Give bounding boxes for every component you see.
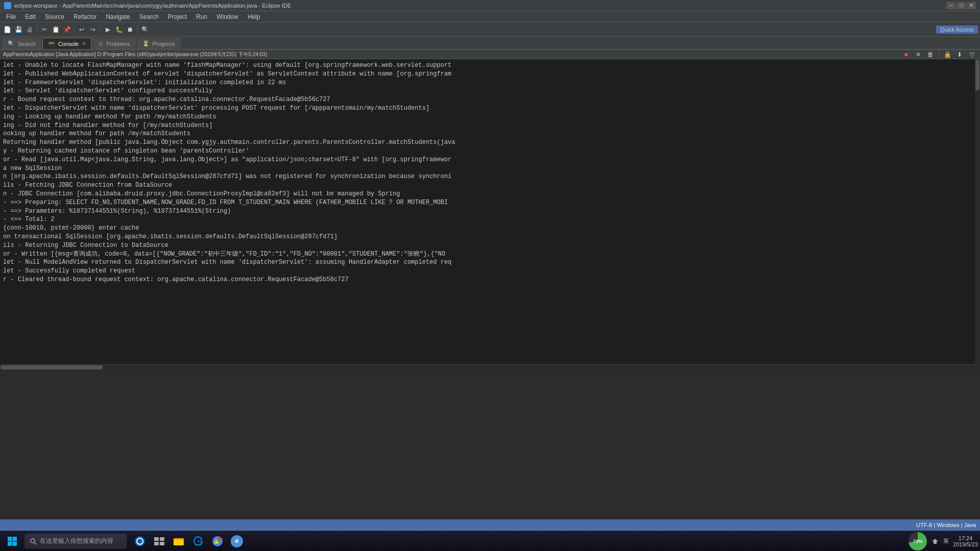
- log-line: let - DispatcherServlet with name 'dispa…: [3, 104, 973, 113]
- toolbar-copy[interactable]: 📋: [51, 24, 61, 35]
- toolbar-stop[interactable]: ⏹: [125, 24, 135, 35]
- minimize-button[interactable]: ─: [946, 2, 955, 9]
- window-controls[interactable]: ─ □ ✕: [946, 2, 976, 9]
- toolbar-print[interactable]: 🖨: [24, 24, 35, 35]
- tab-problems[interactable]: ⚠ Problems: [92, 38, 135, 49]
- console-area: let - Unable to locate FlashMapManager w…: [0, 59, 980, 369]
- menu-source[interactable]: Source: [41, 12, 68, 21]
- h-scrollbar-thumb[interactable]: [1, 365, 103, 369]
- taskbar-edge[interactable]: [189, 532, 207, 550]
- problems-icon: ⚠: [98, 40, 103, 47]
- svg-rect-11: [160, 542, 164, 545]
- clock-date: 2019/5/23: [953, 541, 978, 547]
- status-bar: UTF-8 | Windows | Java: [0, 519, 980, 531]
- progress-icon: ⏳: [142, 40, 150, 47]
- menu-file[interactable]: File: [2, 12, 20, 21]
- console-clear-btn[interactable]: 🗑: [925, 49, 936, 60]
- toolbar-search[interactable]: 🔍: [140, 24, 150, 35]
- vertical-scrollbar[interactable]: [975, 59, 980, 369]
- toolbar-sep1: [37, 25, 37, 34]
- menu-run[interactable]: Run: [192, 12, 211, 21]
- tab-problems-label: Problems: [106, 41, 130, 47]
- console-header: AppParentsApplication [Java Application]…: [0, 50, 980, 59]
- log-line: y - Returning cached instance of singlet…: [3, 147, 973, 156]
- tab-search-label: Search: [18, 41, 36, 47]
- console-remove-btn[interactable]: ✕: [913, 49, 923, 60]
- log-line: let - Servlet 'dispatcherServlet' config…: [3, 87, 973, 95]
- menu-project[interactable]: Project: [164, 12, 191, 21]
- tab-console-label: Console: [58, 41, 79, 47]
- tab-bar: 🔍 Search 📟 Console ✕ ⚠ Problems ⏳ Progre…: [0, 37, 980, 50]
- system-tray: 73% 英 17:24 2019/5/23: [909, 532, 978, 550]
- maximize-button[interactable]: □: [957, 2, 966, 9]
- menu-navigate[interactable]: Navigate: [102, 12, 134, 21]
- log-line: {conn-10010, pstmt-20000} enter cache: [3, 224, 973, 233]
- menu-edit[interactable]: Edit: [21, 12, 40, 21]
- svg-rect-8: [154, 537, 159, 541]
- tab-search[interactable]: 🔍 Search: [2, 38, 41, 49]
- taskbar-search[interactable]: 在这里输入你想搜索的内容: [24, 534, 127, 549]
- taskbar-search-text: 在这里输入你想搜索的内容: [40, 537, 113, 545]
- tab-progress[interactable]: ⏳ Progress: [137, 38, 181, 49]
- menu-window[interactable]: Window: [212, 12, 242, 21]
- svg-rect-10: [154, 542, 159, 545]
- log-line: ils - Returning JDBC Connection to DataS…: [3, 241, 973, 250]
- title-bar-left: eclipse-worspace - AppParentsMain/src/ma…: [4, 2, 291, 9]
- log-line: on transactional SqlSession [org.apache.…: [3, 233, 973, 241]
- log-line: or - Written [{msg=查询成功, code=0, data=[{…: [3, 250, 973, 259]
- console-content[interactable]: let - Unable to locate FlashMapManager w…: [0, 59, 980, 364]
- console-scroll-lock-btn[interactable]: 🔒: [942, 49, 952, 60]
- toolbar-cut[interactable]: ✂: [39, 24, 50, 35]
- svg-rect-3: [13, 541, 17, 546]
- horizontal-scrollbar[interactable]: [0, 364, 975, 369]
- file-explorer-icon: [173, 535, 185, 547]
- console-header-text: AppParentsApplication [Java Application]…: [3, 51, 267, 58]
- log-line: Returning handler method [public java.la…: [3, 138, 973, 147]
- menu-bar: File Edit Source Refactor Navigate Searc…: [0, 11, 980, 22]
- taskbar-file-explorer[interactable]: [169, 532, 188, 550]
- toolbar-run[interactable]: ▶: [103, 24, 113, 35]
- taskbar-task-view[interactable]: [150, 532, 168, 550]
- menu-refactor[interactable]: Refactor: [69, 12, 101, 21]
- toolbar-debug[interactable]: 🐛: [114, 24, 124, 35]
- console-action-buttons: ■ ✕ 🗑 🔒 ⬇ ▽: [901, 49, 977, 60]
- log-line: let - FrameworkServlet 'dispatcherServle…: [3, 79, 973, 87]
- close-button[interactable]: ✕: [967, 2, 976, 9]
- taskbar-search-icon: [30, 538, 37, 545]
- taskbar: 在这里输入你想搜索的内容: [0, 531, 980, 551]
- console-terminate-btn[interactable]: ■: [901, 49, 911, 60]
- tab-console[interactable]: 📟 Console ✕: [42, 38, 91, 49]
- quick-access-button[interactable]: Quick Access: [936, 26, 978, 34]
- svg-rect-0: [8, 537, 12, 541]
- toolbar-redo[interactable]: ↪: [88, 24, 98, 35]
- console-view-menu-btn[interactable]: ▽: [967, 49, 977, 60]
- toolbar-sep2: [74, 25, 75, 34]
- log-line: n - JDBC Connection [com.alibaba.druid.p…: [3, 190, 973, 198]
- toolbar-new[interactable]: 📄: [2, 24, 12, 35]
- console-icon: 📟: [48, 40, 55, 47]
- svg-rect-13: [174, 540, 184, 545]
- taskbar-chrome[interactable]: [208, 532, 227, 550]
- toolbar-undo[interactable]: ↩: [77, 24, 87, 35]
- console-scroll-end-btn[interactable]: ⬇: [954, 49, 965, 60]
- start-button[interactable]: [2, 532, 22, 550]
- menu-help[interactable]: Help: [243, 12, 264, 21]
- cpu-indicator: 73%: [909, 532, 927, 550]
- log-line: ooking up handler method for path /my/ma…: [3, 130, 973, 138]
- menu-search[interactable]: Search: [135, 12, 163, 21]
- taskbar-cortana[interactable]: [131, 532, 149, 550]
- window-title: eclipse-worspace - AppParentsMain/src/ma…: [14, 3, 291, 9]
- toolbar-paste[interactable]: 📌: [62, 24, 72, 35]
- network-label: 英: [943, 537, 949, 545]
- title-bar: eclipse-worspace - AppParentsMain/src/ma…: [0, 0, 980, 11]
- status-info: UTF-8 | Windows | Java: [916, 522, 976, 528]
- scrollbar-thumb[interactable]: [975, 60, 979, 90]
- taskbar-eclipse[interactable]: e: [228, 532, 246, 550]
- console-close-icon[interactable]: ✕: [82, 41, 86, 46]
- system-clock: 17:24 2019/5/23: [953, 535, 978, 547]
- svg-rect-1: [13, 537, 17, 541]
- toolbar-save[interactable]: 💾: [13, 24, 23, 35]
- cortana-icon: [134, 535, 146, 547]
- log-line: ils - Fetching JDBC Connection from Data…: [3, 181, 973, 190]
- search-icon: 🔍: [8, 40, 15, 47]
